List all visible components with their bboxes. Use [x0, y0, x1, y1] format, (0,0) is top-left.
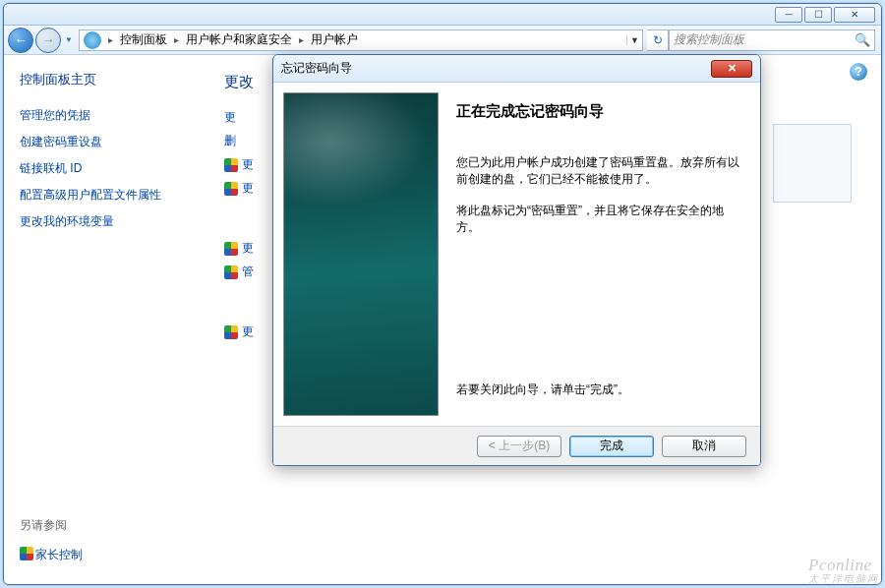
sidebar-link-password-reset[interactable]: 创建密码重设盘	[20, 134, 185, 150]
sidebar-link-profiles[interactable]: 配置高级用户配置文件属性	[20, 187, 185, 204]
help-icon[interactable]: ?	[850, 63, 867, 81]
refresh-button[interactable]: ↻	[647, 29, 669, 51]
sidebar-link-credentials[interactable]: 管理您的凭据	[20, 107, 185, 124]
maximize-button[interactable]: ☐	[804, 7, 832, 23]
sidebar-see-also: 另请参阅	[20, 517, 185, 534]
breadcrumb-segment[interactable]: 用户帐户	[307, 31, 362, 48]
wizard-heading: 正在完成忘记密码向导	[456, 102, 740, 121]
sidebar: 控制面板主页 管理您的凭据 创建密码重设盘 链接联机 ID 配置高级用户配置文件…	[4, 55, 201, 584]
nav-back-button[interactable]: ←	[8, 28, 33, 53]
search-input[interactable]: 搜索控制面板 🔍	[669, 29, 875, 51]
breadcrumb-segment[interactable]: 用户帐户和家庭安全	[182, 31, 296, 48]
wizard-close-button[interactable]: ✕	[711, 60, 752, 78]
nav-forward-button[interactable]: →	[35, 28, 61, 53]
wizard-title-text: 忘记密码向导	[281, 60, 352, 77]
wizard-finish-button[interactable]: 完成	[569, 436, 654, 457]
breadcrumb-arrow: ▸	[171, 34, 182, 45]
wizard-content: 正在完成忘记密码向导 您已为此用户帐户成功创建了密码重置盘。放弃所有以前创建的盘…	[439, 92, 750, 416]
window-titlebar: ─ ☐ ✕	[4, 4, 881, 26]
location-icon	[84, 31, 101, 49]
search-icon[interactable]: 🔍	[855, 32, 870, 47]
wizard-back-button: < 上一步(B)	[477, 436, 561, 457]
breadcrumb-segment[interactable]: 控制面板	[116, 31, 171, 48]
navigation-bar: ← → ▼ ▸ 控制面板 ▸ 用户帐户和家庭安全 ▸ 用户帐户 ▼ ↻ 搜索控制…	[4, 26, 881, 55]
close-button[interactable]: ✕	[834, 7, 875, 23]
wizard-footer: < 上一步(B) 完成 取消	[273, 426, 760, 465]
sidebar-link-online-id[interactable]: 链接联机 ID	[20, 160, 185, 177]
wizard-body: 正在完成忘记密码向导 您已为此用户帐户成功创建了密码重置盘。放弃所有以前创建的盘…	[273, 83, 760, 426]
wizard-paragraph: 您已为此用户帐户成功创建了密码重置盘。放弃所有以前创建的盘，它们已经不能被使用了…	[456, 154, 740, 189]
breadcrumb-bar[interactable]: ▸ 控制面板 ▸ 用户帐户和家庭安全 ▸ 用户帐户 ▼	[79, 29, 643, 51]
wizard-paragraph: 若要关闭此向导，请单击“完成”。	[456, 382, 740, 398]
sidebar-link-env-vars[interactable]: 更改我的环境变量	[20, 213, 185, 230]
wizard-dialog: 忘记密码向导 ✕ 正在完成忘记密码向导 您已为此用户帐户成功创建了密码重置盘。放…	[272, 54, 761, 466]
sidebar-title[interactable]: 控制面板主页	[20, 71, 185, 88]
wizard-titlebar: 忘记密码向导 ✕	[273, 55, 760, 83]
breadcrumb-arrow: ▸	[105, 34, 116, 45]
breadcrumb-dropdown[interactable]: ▼	[626, 35, 642, 45]
nav-history-dropdown[interactable]: ▼	[63, 28, 75, 53]
sidebar-link-parental[interactable]: 家长控制	[20, 547, 185, 563]
wizard-paragraph: 将此盘标记为“密码重置”，并且将它保存在安全的地方。	[456, 203, 740, 237]
breadcrumb-arrow: ▸	[296, 34, 307, 45]
user-picture-tile[interactable]	[773, 124, 852, 203]
search-placeholder: 搜索控制面板	[674, 31, 744, 48]
minimize-button[interactable]: ─	[775, 7, 802, 23]
wizard-banner-image	[283, 92, 439, 416]
wizard-cancel-button[interactable]: 取消	[662, 436, 746, 457]
